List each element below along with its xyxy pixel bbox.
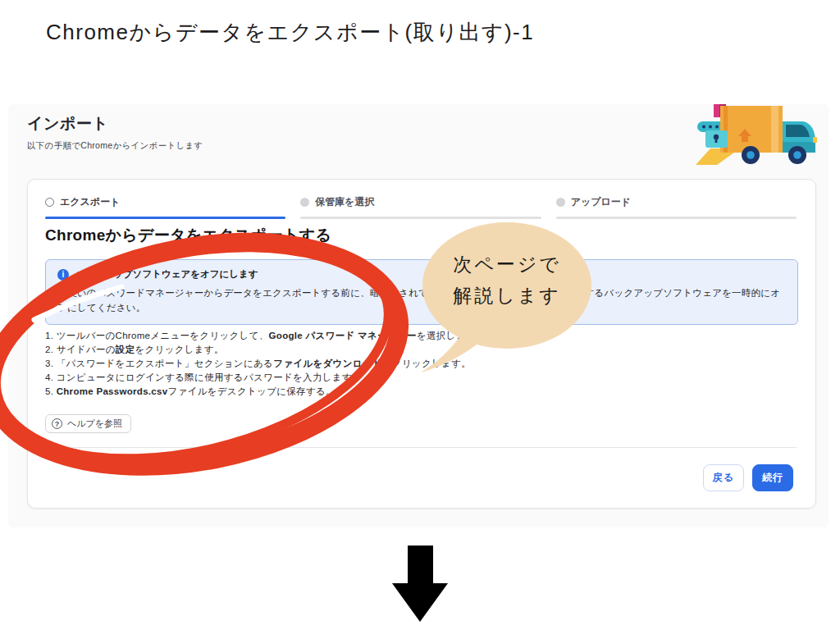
callout-title: バックアップソフトウェアをオフにします (75, 268, 258, 281)
backup-warning-callout: i バックアップソフトウェアをオフにします お使いのパスワードマネージャーからデ… (45, 259, 798, 325)
instruction-item: 1. ツールバーのChromeメニューをクリックして、Google パスワード … (45, 329, 669, 343)
step-label: アップロード (571, 195, 631, 209)
step-underline-active (45, 217, 285, 219)
tab-export[interactable]: エクスポート (45, 195, 285, 219)
continue-button[interactable]: 続行 (752, 464, 793, 491)
circle-question-icon: ? (52, 418, 62, 429)
tab-upload[interactable]: アップロード (556, 195, 797, 219)
instruction-list: 1. ツールバーのChromeメニューをクリックして、Google パスワード … (45, 329, 669, 399)
section-title: Chromeからデータをエクスポートする (45, 225, 331, 246)
app-header-subtitle: 以下の手順でChromeからインポートします (27, 140, 203, 152)
footer-actions: 戻る 続行 (0, 464, 793, 491)
back-button[interactable]: 戻る (703, 464, 744, 491)
step-label: 保管庫を選択 (315, 195, 374, 209)
step-circle-icon (300, 198, 309, 207)
tab-select-vault[interactable]: 保管庫を選択 (300, 195, 541, 219)
step-tabs: エクスポート 保管庫を選択 アップロード (45, 195, 797, 219)
footer-divider (45, 447, 797, 448)
down-arrow-icon (392, 546, 448, 625)
step-circle-icon (556, 198, 565, 207)
instructions: 1. ツールバーのChromeメニューをクリックして、Google パスワード … (45, 329, 669, 399)
step-label: エクスポート (60, 195, 120, 209)
step-circle-active-icon (45, 198, 54, 207)
help-button[interactable]: ? ヘルプを参照 (45, 414, 131, 433)
info-circle-icon: i (57, 269, 69, 281)
instruction-item: 5. Chrome Passwords.csvファイルをデスクトップに保存する。 (45, 385, 669, 399)
instruction-item: 3. 「パスワードをエクスポート」セクションにあるファイルをダウンロードをクリッ… (45, 357, 669, 371)
step-underline (556, 217, 797, 219)
help-button-label: ヘルプを参照 (67, 418, 122, 430)
step-underline (300, 217, 541, 219)
instruction-item: 4. コンピュータにログインする際に使用するパスワードを入力します。 (45, 371, 669, 385)
delivery-truck-illustration (696, 99, 819, 172)
app-header-title: インポート (27, 113, 108, 135)
page-title: Chromeからデータをエクスポート(取り出す)-1 (46, 18, 534, 47)
callout-body: お使いのパスワードマネージャーからデータをエクスポートする前に、暗号化されていな… (57, 285, 786, 316)
instruction-item: 2. サイドバーの設定をクリックします。 (45, 343, 669, 357)
